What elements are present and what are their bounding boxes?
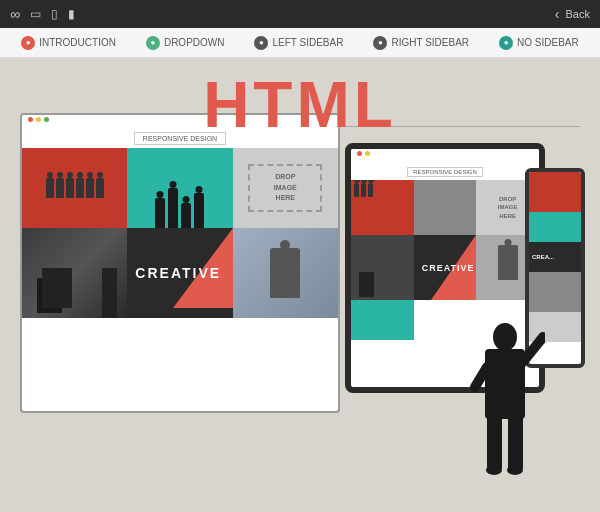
creative-text-tablet: CREATIVE: [422, 263, 475, 273]
teal-figure-1: [155, 198, 165, 228]
tablet-cell-dark: [351, 235, 414, 300]
teal-figure-3: [181, 203, 191, 228]
monitor-icon[interactable]: ▭: [30, 7, 41, 21]
svg-line-4: [523, 337, 543, 362]
nav-item-left-sidebar[interactable]: ● LEFT SIDEBAR: [254, 36, 343, 50]
nav-item-dropdown[interactable]: ● DROPDOWN: [146, 36, 225, 50]
tablet-figures: [351, 180, 414, 200]
back-label[interactable]: Back: [566, 8, 590, 20]
back-arrow[interactable]: ‹: [555, 6, 560, 22]
dot-yellow: [36, 117, 41, 122]
svg-rect-2: [487, 415, 502, 470]
tablet-screen-dots: [357, 151, 370, 156]
screen-header-tablet: [351, 149, 539, 158]
nav-bar: ● INTRODUCTION ● DROPDOWN ● LEFT SIDEBAR…: [0, 28, 600, 58]
phone-red-cell: [529, 172, 581, 212]
html-title: HTML: [203, 68, 397, 142]
tablet-icon[interactable]: ▯: [51, 7, 58, 21]
top-bar: ∞ ▭ ▯ ▮ ‹ Back: [0, 0, 600, 28]
reading-head: [280, 240, 290, 250]
figure-4: [76, 178, 84, 198]
nav-label-introduction: INTRODUCTION: [39, 37, 116, 48]
svg-point-6: [486, 465, 502, 475]
figure-5: [86, 178, 94, 198]
tablet-dot-r: [357, 151, 362, 156]
phone-icon[interactable]: ▮: [68, 7, 75, 21]
nav-item-no-sidebar[interactable]: ● NO SIDEBAR: [499, 36, 579, 50]
dot-green: [44, 117, 49, 122]
teal-figure-2: [168, 188, 178, 228]
drop-image-border: DROPIMAGEHERE: [248, 164, 322, 212]
top-bar-left: ∞ ▭ ▯ ▮: [10, 6, 75, 22]
svg-rect-3: [508, 415, 523, 470]
tablet-person: [498, 245, 518, 280]
tablet-cell-photo: [414, 180, 477, 235]
teal-figures: [127, 148, 232, 228]
figure-1: [46, 178, 54, 198]
t-fig-1: [354, 183, 359, 197]
tablet-dot-y: [365, 151, 370, 156]
svg-point-7: [507, 465, 523, 475]
nav-item-introduction[interactable]: ● INTRODUCTION: [21, 36, 116, 50]
nav-label-dropdown: DROPDOWN: [164, 37, 225, 48]
phone-creative-text: CREA...: [532, 254, 554, 260]
cell-reading-photo: [233, 228, 338, 318]
reading-person: [270, 248, 300, 298]
main-content: HTML RESPONSIVE DESIGN: [0, 58, 600, 512]
nav-dot-right-sidebar: ●: [373, 36, 387, 50]
figures-row-red: [42, 174, 108, 202]
tablet-interior: [359, 272, 374, 297]
phone-creative-cell: CREA...: [529, 242, 581, 272]
cell-red-figures: [22, 148, 127, 228]
cell-teal: [127, 148, 232, 228]
nav-dot-introduction: ●: [21, 36, 35, 50]
responsive-label-tablet: RESPONSIVE DESIGN: [351, 158, 539, 180]
tablet-head: [504, 239, 511, 246]
screen-dots: [28, 117, 49, 122]
nav-dot-left-sidebar: ●: [254, 36, 268, 50]
tablet-responsive-text: RESPONSIVE DESIGN: [407, 167, 483, 177]
t-fig-2: [361, 183, 366, 197]
tablet-cell-creative: CREATIVE: [414, 235, 477, 300]
nav-dot-dropdown: ●: [146, 36, 160, 50]
svg-point-0: [493, 323, 517, 351]
infinity-icon[interactable]: ∞: [10, 6, 20, 22]
teal-figure-4: [194, 193, 204, 228]
phone-teal-cell: [529, 212, 581, 242]
monitor-large: RESPONSIVE DESIGN: [20, 113, 340, 413]
nav-dot-no-sidebar: ●: [499, 36, 513, 50]
nav-item-right-sidebar[interactable]: ● RIGHT SIDEBAR: [373, 36, 469, 50]
creative-text-large: CREATIVE: [135, 265, 221, 281]
screen-grid-large: DROPIMAGEHERE CREATIVE: [22, 148, 338, 318]
cell-drop-image: DROPIMAGEHERE: [233, 148, 338, 228]
nav-label-left-sidebar: LEFT SIDEBAR: [272, 37, 343, 48]
tablet-teal: [351, 300, 414, 340]
figure-6: [96, 178, 104, 198]
figure-2: [56, 178, 64, 198]
cell-creative: CREATIVE: [127, 228, 232, 318]
tablet-cell-red: [351, 180, 414, 235]
person-figure: [465, 317, 545, 497]
interior-pillar: [102, 268, 117, 318]
top-bar-right: ‹ Back: [555, 6, 590, 22]
tablet-grid: DROPIMAGEHERE CREATIVE: [351, 180, 539, 340]
dot-red: [28, 117, 33, 122]
cell-interior-photo: [22, 228, 127, 318]
interior-object: [37, 278, 62, 313]
drop-image-text: DROPIMAGEHERE: [274, 172, 297, 204]
t-fig-3: [368, 183, 373, 197]
figure-3: [66, 178, 74, 198]
nav-label-no-sidebar: NO SIDEBAR: [517, 37, 579, 48]
phone-photo-cell: [529, 272, 581, 312]
nav-label-right-sidebar: RIGHT SIDEBAR: [391, 37, 469, 48]
